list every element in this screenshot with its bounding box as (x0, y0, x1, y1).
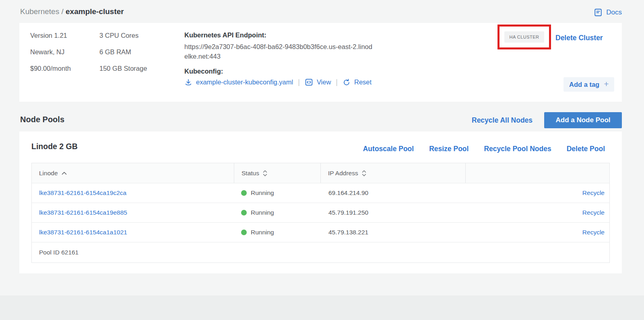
table-row: lke38731-62161-6154ca19e885 Running 45.7… (32, 203, 609, 222)
breadcrumb-separator: / (59, 7, 66, 16)
docs-icon (594, 8, 603, 17)
divider: | (298, 78, 300, 86)
ip-address: 45.79.191.250 (320, 209, 465, 216)
spec-version: Version 1.21 (30, 31, 71, 39)
plus-icon: + (604, 79, 609, 89)
spec-price: $90.00/month (30, 64, 71, 72)
kubeconfig-filename: example-cluster-kubeconfig.yaml (196, 78, 293, 86)
breadcrumb: Kubernetes / example-cluster (20, 7, 124, 16)
api-endpoint-url: https://9e2a7307-b6ac-408f-ba62-9483b0b3… (184, 42, 374, 61)
linode-link[interactable]: lke38731-62161-6154ca19c2ca (39, 189, 126, 196)
reset-icon (343, 78, 351, 86)
add-tag-label: Add a tag (569, 81, 599, 88)
divider: | (336, 78, 338, 86)
node-pools-title: Node Pools (20, 115, 64, 124)
code-icon (305, 78, 313, 86)
page-footer-area (0, 295, 644, 320)
docs-link[interactable]: Docs (594, 8, 622, 17)
spec-column-2: 3 CPU Cores 6 GB RAM 150 GB Storage (99, 31, 147, 81)
column-header-status[interactable]: Status (234, 163, 320, 183)
spec-column-1: Version 1.21 Newark, NJ $90.00/month (30, 31, 71, 81)
ha-cluster-badge: HA CLUSTER (504, 31, 544, 43)
add-tag-button[interactable]: Add a tag + (564, 77, 614, 92)
status-label: Running (251, 189, 274, 197)
linode-link[interactable]: lke38731-62161-6154ca19e885 (39, 209, 127, 216)
kubeconfig-reset-link[interactable]: Reset (343, 78, 372, 86)
kubeconfig-download-link[interactable]: example-cluster-kubeconfig.yaml (184, 78, 293, 86)
spec-region: Newark, NJ (30, 48, 71, 56)
status-running-dot (241, 190, 247, 196)
endpoint-block: Kubernetes API Endpoint: https://9e2a730… (184, 31, 374, 86)
delete-cluster-button[interactable]: Delete Cluster (555, 34, 603, 42)
kubeconfig-row: example-cluster-kubeconfig.yaml | View | (184, 78, 374, 86)
column-header-ip[interactable]: IP Address (320, 163, 465, 183)
breadcrumb-current: example-cluster (66, 7, 124, 16)
status-running-dot (241, 230, 247, 235)
spec-ram: 6 GB RAM (99, 48, 147, 56)
pool-actions: Autoscale Pool Resize Pool Recycle Pool … (363, 145, 605, 153)
cluster-summary-panel: Version 1.21 Newark, NJ $90.00/month 3 C… (19, 23, 622, 102)
kubeconfig-view-link[interactable]: View (305, 78, 331, 86)
ha-cluster-annotation-box: HA CLUSTER (497, 25, 551, 49)
pool-id-footer: Pool ID 62161 (32, 242, 609, 263)
spec-cpu: 3 CPU Cores (99, 31, 147, 39)
download-icon (184, 78, 192, 86)
recycle-all-nodes-button[interactable]: Recycle All Nodes (472, 116, 533, 125)
table-row: lke38731-62161-6154ca1a1021 Running 45.7… (32, 222, 609, 242)
api-endpoint-label: Kubernetes API Endpoint: (184, 31, 374, 39)
docs-label: Docs (606, 8, 622, 16)
breadcrumb-section[interactable]: Kubernetes (20, 7, 59, 16)
recycle-node-button[interactable]: Recycle (582, 209, 605, 216)
spec-storage: 150 GB Storage (99, 64, 147, 72)
resize-pool-button[interactable]: Resize Pool (429, 145, 469, 153)
table-row: lke38731-62161-6154ca19c2ca Running 69.1… (32, 183, 609, 203)
autoscale-pool-button[interactable]: Autoscale Pool (363, 145, 414, 153)
recycle-node-button[interactable]: Recycle (582, 229, 605, 236)
add-node-pool-button[interactable]: Add a Node Pool (544, 112, 622, 128)
column-label-linode: Linode (39, 170, 58, 177)
column-label-ip: IP Address (328, 170, 358, 177)
table-header: Linode Status IP Address (32, 163, 609, 183)
linode-link[interactable]: lke38731-62161-6154ca1a1021 (39, 229, 127, 236)
view-label: View (317, 78, 331, 86)
column-header-actions (465, 163, 609, 183)
status-label: Running (251, 229, 274, 236)
kubeconfig-label: Kubeconfig: (184, 68, 374, 75)
node-table: Linode Status IP Address (31, 163, 610, 263)
sort-icon (362, 170, 366, 176)
node-pool-panel: Linode 2 GB Autoscale Pool Resize Pool R… (19, 131, 622, 273)
sort-asc-icon (62, 172, 67, 175)
status-running-dot (241, 210, 247, 215)
reset-label: Reset (354, 78, 372, 86)
ip-address: 69.164.214.90 (320, 189, 465, 197)
pool-name: Linode 2 GB (31, 142, 78, 151)
ip-address: 45.79.138.221 (320, 229, 465, 236)
column-header-linode[interactable]: Linode (32, 163, 234, 183)
recycle-pool-nodes-button[interactable]: Recycle Pool Nodes (484, 145, 551, 153)
status-label: Running (251, 209, 274, 216)
sort-icon (263, 170, 267, 176)
column-label-status: Status (242, 170, 259, 177)
delete-pool-button[interactable]: Delete Pool (567, 145, 605, 153)
recycle-node-button[interactable]: Recycle (582, 189, 605, 196)
